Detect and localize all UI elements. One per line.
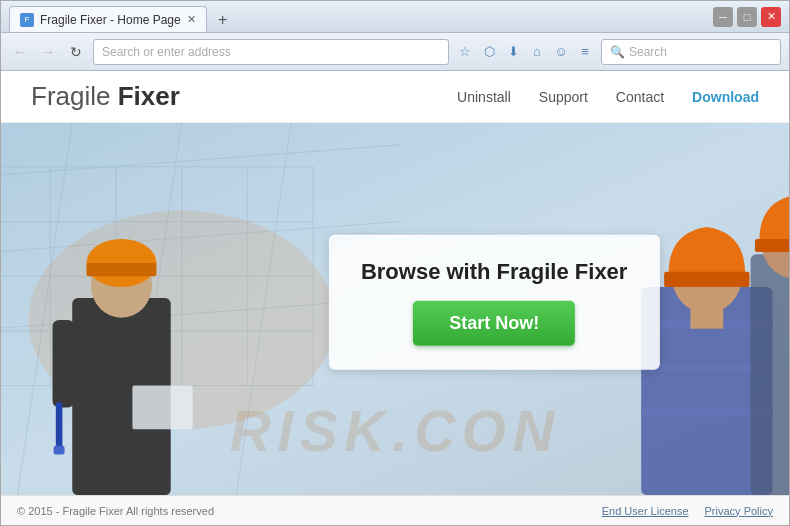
download-icon[interactable]: ⬇ xyxy=(503,42,523,62)
site-logo: Fragile Fixer xyxy=(31,81,180,112)
svg-rect-33 xyxy=(755,239,789,252)
browser-tab[interactable]: F Fragile Fixer - Home Page ✕ xyxy=(9,6,207,32)
nav-bar: ← → ↻ Search or enter address ☆ ⬡ ⬇ ⌂ ☺ … xyxy=(1,33,789,71)
refresh-icon: ↻ xyxy=(70,44,82,60)
privacy-policy-link[interactable]: Privacy Policy xyxy=(705,505,773,517)
svg-rect-29 xyxy=(664,272,749,287)
end-user-license-link[interactable]: End User License xyxy=(602,505,689,517)
search-placeholder: Search xyxy=(629,45,667,59)
svg-rect-31 xyxy=(751,254,789,495)
tab-favicon: F xyxy=(20,13,34,27)
site-header: Fragile Fixer Uninstall Support Contact … xyxy=(1,71,789,123)
refresh-button[interactable]: ↻ xyxy=(65,41,87,63)
site-nav: Uninstall Support Contact Download xyxy=(457,89,759,105)
nav-support[interactable]: Support xyxy=(539,89,588,105)
maximize-button[interactable]: □ xyxy=(737,7,757,27)
svg-rect-20 xyxy=(53,320,75,408)
nav-uninstall[interactable]: Uninstall xyxy=(457,89,511,105)
nav-contact[interactable]: Contact xyxy=(616,89,664,105)
hero-title: Browse with Fragile Fixer xyxy=(361,259,628,285)
svg-rect-22 xyxy=(54,446,65,455)
window-controls: ─ □ ✕ xyxy=(713,7,781,27)
svg-rect-21 xyxy=(56,402,63,451)
tab-label: Fragile Fixer - Home Page xyxy=(40,13,181,27)
menu-icon[interactable]: ≡ xyxy=(575,42,595,62)
title-bar: F Fragile Fixer - Home Page ✕ + ─ □ ✕ xyxy=(1,1,789,33)
svg-text:RISK.CON: RISK.CON xyxy=(230,399,561,463)
nav-download[interactable]: Download xyxy=(692,89,759,105)
minimize-button[interactable]: ─ xyxy=(713,7,733,27)
svg-rect-23 xyxy=(132,386,192,430)
svg-rect-19 xyxy=(86,263,156,276)
search-icon: 🔍 xyxy=(610,45,625,59)
search-bar[interactable]: 🔍 Search xyxy=(601,39,781,65)
hero-section: RISK.CON Browse with Fragile Fixer Start… xyxy=(1,123,789,495)
start-now-button[interactable]: Start Now! xyxy=(413,301,575,346)
forward-button[interactable]: → xyxy=(37,41,59,63)
account-icon[interactable]: ☺ xyxy=(551,42,571,62)
new-tab-button[interactable]: + xyxy=(211,8,235,32)
browser-window: F Fragile Fixer - Home Page ✕ + ─ □ ✕ ← … xyxy=(0,0,790,526)
tab-area: F Fragile Fixer - Home Page ✕ + xyxy=(9,1,713,32)
logo-bold: Fixer xyxy=(118,81,180,111)
bookmark-icon[interactable]: ☆ xyxy=(455,42,475,62)
close-button[interactable]: ✕ xyxy=(761,7,781,27)
footer-links: End User License Privacy Policy xyxy=(602,505,773,517)
worker-far-right xyxy=(751,195,789,495)
back-button[interactable]: ← xyxy=(9,41,31,63)
home-icon[interactable]: ⌂ xyxy=(527,42,547,62)
svg-rect-30 xyxy=(690,307,723,329)
site-footer: © 2015 - Fragile Fixer All rights reserv… xyxy=(1,495,789,525)
website-content: Fragile Fixer Uninstall Support Contact … xyxy=(1,71,789,525)
address-bar[interactable]: Search or enter address xyxy=(93,39,449,65)
footer-copyright: © 2015 - Fragile Fixer All rights reserv… xyxy=(17,505,214,517)
forward-icon: → xyxy=(41,44,55,60)
nav-icons: ☆ ⬡ ⬇ ⌂ ☺ ≡ xyxy=(455,42,595,62)
tab-close-button[interactable]: ✕ xyxy=(187,13,196,26)
hero-overlay: Browse with Fragile Fixer Start Now! xyxy=(329,235,660,370)
back-icon: ← xyxy=(13,44,27,60)
pocket-icon[interactable]: ⬡ xyxy=(479,42,499,62)
logo-text: Fragile xyxy=(31,81,118,111)
address-text: Search or enter address xyxy=(102,45,231,59)
